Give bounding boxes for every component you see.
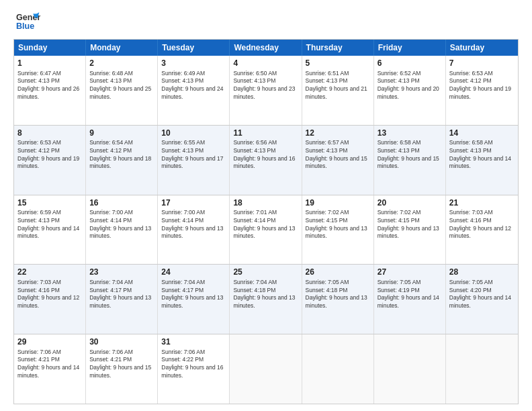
day-number: 21 xyxy=(449,198,515,209)
day-number: 9 xyxy=(89,128,154,139)
day-cell-13: 13 Sunrise: 6:58 AMSunset: 4:13 PMDaylig… xyxy=(374,126,446,195)
page: General Blue SundayMondayTuesdayWednesda… xyxy=(0,0,532,411)
day-number: 13 xyxy=(378,128,442,139)
cell-info: Sunrise: 7:04 AMSunset: 4:18 PMDaylight:… xyxy=(233,279,295,309)
day-number: 3 xyxy=(161,58,226,69)
day-number: 29 xyxy=(17,337,82,348)
header-day-sunday: Sunday xyxy=(14,40,86,56)
header-day-monday: Monday xyxy=(86,40,158,56)
day-number: 16 xyxy=(89,198,154,209)
cell-info: Sunrise: 7:04 AMSunset: 4:17 PMDaylight:… xyxy=(161,279,223,309)
calendar-row-4: 22 Sunrise: 7:03 AMSunset: 4:16 PMDaylig… xyxy=(14,265,518,334)
calendar-row-3: 15 Sunrise: 6:59 AMSunset: 4:13 PMDaylig… xyxy=(14,195,518,265)
day-number: 23 xyxy=(89,267,154,278)
day-cell-1: 1 Sunrise: 6:47 AMSunset: 4:13 PMDayligh… xyxy=(14,56,86,125)
header-day-tuesday: Tuesday xyxy=(158,40,230,56)
day-number: 12 xyxy=(306,128,370,139)
cell-info: Sunrise: 6:54 AMSunset: 4:12 PMDaylight:… xyxy=(89,139,151,169)
day-number: 26 xyxy=(306,267,370,278)
cell-info: Sunrise: 7:06 AMSunset: 4:21 PMDaylight:… xyxy=(89,349,151,379)
calendar-row-5: 29 Sunrise: 7:06 AMSunset: 4:21 PMDaylig… xyxy=(14,334,518,404)
day-number: 19 xyxy=(306,198,370,209)
day-cell-14: 14 Sunrise: 6:58 AMSunset: 4:13 PMDaylig… xyxy=(446,126,518,195)
cell-info: Sunrise: 6:58 AMSunset: 4:13 PMDaylight:… xyxy=(378,139,439,169)
cell-info: Sunrise: 7:05 AMSunset: 4:18 PMDaylight:… xyxy=(306,279,367,309)
cell-info: Sunrise: 6:47 AMSunset: 4:13 PMDaylight:… xyxy=(17,70,79,100)
day-number: 14 xyxy=(449,128,515,139)
header-day-friday: Friday xyxy=(374,40,446,56)
day-number: 5 xyxy=(306,58,370,69)
day-number: 20 xyxy=(378,198,442,209)
cell-info: Sunrise: 7:06 AMSunset: 4:21 PMDaylight:… xyxy=(17,349,79,379)
header-day-wednesday: Wednesday xyxy=(230,40,302,56)
cell-info: Sunrise: 6:57 AMSunset: 4:13 PMDaylight:… xyxy=(306,139,367,169)
header: General Blue xyxy=(13,11,519,32)
day-number: 18 xyxy=(233,198,298,209)
day-cell-10: 10 Sunrise: 6:55 AMSunset: 4:13 PMDaylig… xyxy=(158,126,230,195)
day-number: 4 xyxy=(233,58,298,69)
day-number: 22 xyxy=(17,267,82,278)
day-cell-31: 31 Sunrise: 7:06 AMSunset: 4:22 PMDaylig… xyxy=(158,334,230,404)
day-cell-9: 9 Sunrise: 6:54 AMSunset: 4:12 PMDayligh… xyxy=(86,126,158,195)
svg-text:Blue: Blue xyxy=(16,21,34,31)
day-cell-27: 27 Sunrise: 7:05 AMSunset: 4:19 PMDaylig… xyxy=(374,265,446,334)
day-cell-24: 24 Sunrise: 7:04 AMSunset: 4:17 PMDaylig… xyxy=(158,265,230,334)
cell-info: Sunrise: 6:59 AMSunset: 4:13 PMDaylight:… xyxy=(17,209,79,239)
day-number: 28 xyxy=(449,267,515,278)
cell-info: Sunrise: 6:51 AMSunset: 4:13 PMDaylight:… xyxy=(306,70,367,100)
day-number: 27 xyxy=(378,267,442,278)
day-cell-11: 11 Sunrise: 6:56 AMSunset: 4:13 PMDaylig… xyxy=(230,126,302,195)
day-number: 17 xyxy=(161,198,226,209)
day-number: 15 xyxy=(17,198,82,209)
day-number: 30 xyxy=(89,337,154,348)
empty-cell xyxy=(302,334,374,404)
day-number: 11 xyxy=(233,128,298,139)
empty-cell xyxy=(446,334,518,404)
empty-cell xyxy=(374,334,446,404)
day-cell-17: 17 Sunrise: 7:00 AMSunset: 4:14 PMDaylig… xyxy=(158,195,230,265)
day-cell-30: 30 Sunrise: 7:06 AMSunset: 4:21 PMDaylig… xyxy=(86,334,158,404)
day-number: 10 xyxy=(161,128,226,139)
cell-info: Sunrise: 7:04 AMSunset: 4:17 PMDaylight:… xyxy=(89,279,151,309)
day-number: 31 xyxy=(161,337,226,348)
day-cell-2: 2 Sunrise: 6:48 AMSunset: 4:13 PMDayligh… xyxy=(86,56,158,125)
day-cell-29: 29 Sunrise: 7:06 AMSunset: 4:21 PMDaylig… xyxy=(14,334,86,404)
day-cell-15: 15 Sunrise: 6:59 AMSunset: 4:13 PMDaylig… xyxy=(14,195,86,265)
logo-icon: General Blue xyxy=(13,11,40,32)
cell-info: Sunrise: 7:02 AMSunset: 4:15 PMDaylight:… xyxy=(378,209,439,239)
cell-info: Sunrise: 7:05 AMSunset: 4:19 PMDaylight:… xyxy=(378,279,439,309)
day-cell-3: 3 Sunrise: 6:49 AMSunset: 4:13 PMDayligh… xyxy=(158,56,230,125)
logo: General Blue xyxy=(13,11,43,32)
day-cell-19: 19 Sunrise: 7:02 AMSunset: 4:15 PMDaylig… xyxy=(302,195,374,265)
calendar-row-2: 8 Sunrise: 6:53 AMSunset: 4:12 PMDayligh… xyxy=(14,126,518,195)
cell-info: Sunrise: 6:56 AMSunset: 4:13 PMDaylight:… xyxy=(233,139,295,169)
day-cell-20: 20 Sunrise: 7:02 AMSunset: 4:15 PMDaylig… xyxy=(374,195,446,265)
header-day-saturday: Saturday xyxy=(446,40,518,56)
cell-info: Sunrise: 7:05 AMSunset: 4:20 PMDaylight:… xyxy=(449,279,511,309)
cell-info: Sunrise: 7:03 AMSunset: 4:16 PMDaylight:… xyxy=(17,279,79,309)
cell-info: Sunrise: 6:49 AMSunset: 4:13 PMDaylight:… xyxy=(161,70,223,100)
day-number: 25 xyxy=(233,267,298,278)
cell-info: Sunrise: 6:55 AMSunset: 4:13 PMDaylight:… xyxy=(161,139,223,169)
cell-info: Sunrise: 7:03 AMSunset: 4:16 PMDaylight:… xyxy=(449,209,511,239)
day-cell-4: 4 Sunrise: 6:50 AMSunset: 4:13 PMDayligh… xyxy=(230,56,302,125)
day-number: 8 xyxy=(17,128,82,139)
day-number: 24 xyxy=(161,267,226,278)
calendar: SundayMondayTuesdayWednesdayThursdayFrid… xyxy=(13,39,519,404)
day-number: 1 xyxy=(17,58,82,69)
day-cell-12: 12 Sunrise: 6:57 AMSunset: 4:13 PMDaylig… xyxy=(302,126,374,195)
day-number: 6 xyxy=(378,58,442,69)
calendar-body: 1 Sunrise: 6:47 AMSunset: 4:13 PMDayligh… xyxy=(14,56,518,404)
cell-info: Sunrise: 6:53 AMSunset: 4:12 PMDaylight:… xyxy=(449,70,511,100)
calendar-header: SundayMondayTuesdayWednesdayThursdayFrid… xyxy=(14,40,518,56)
cell-info: Sunrise: 6:58 AMSunset: 4:13 PMDaylight:… xyxy=(449,139,511,169)
day-cell-16: 16 Sunrise: 7:00 AMSunset: 4:14 PMDaylig… xyxy=(86,195,158,265)
day-cell-18: 18 Sunrise: 7:01 AMSunset: 4:14 PMDaylig… xyxy=(230,195,302,265)
cell-info: Sunrise: 6:53 AMSunset: 4:12 PMDaylight:… xyxy=(17,139,79,169)
day-cell-26: 26 Sunrise: 7:05 AMSunset: 4:18 PMDaylig… xyxy=(302,265,374,334)
day-cell-7: 7 Sunrise: 6:53 AMSunset: 4:12 PMDayligh… xyxy=(446,56,518,125)
day-cell-8: 8 Sunrise: 6:53 AMSunset: 4:12 PMDayligh… xyxy=(14,126,86,195)
day-cell-21: 21 Sunrise: 7:03 AMSunset: 4:16 PMDaylig… xyxy=(446,195,518,265)
day-cell-5: 5 Sunrise: 6:51 AMSunset: 4:13 PMDayligh… xyxy=(302,56,374,125)
day-cell-6: 6 Sunrise: 6:52 AMSunset: 4:13 PMDayligh… xyxy=(374,56,446,125)
